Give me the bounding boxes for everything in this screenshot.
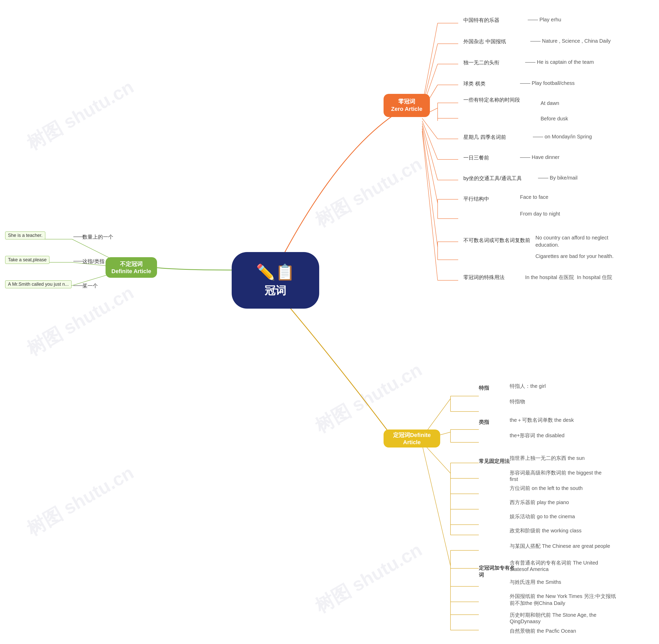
leaf-za2-ex: —— Nature , Science , China Daily <box>530 38 611 44</box>
leaf-za6-cat: 星期几 四季名词前 <box>463 134 506 141</box>
center-node: ✏️📋 冠词 <box>232 252 319 308</box>
leaf-za5a-ex: At dawn <box>541 100 559 106</box>
leaf-ia1-label: 数量上的一个 <box>82 233 113 240</box>
svg-line-26 <box>422 131 438 280</box>
leaf-za7-ex: —— Have dinner <box>520 154 559 160</box>
leaf-za6-ex: —— on Monday/in Spring <box>533 134 592 140</box>
branch-zero-article-label: 零冠词Zero Article <box>391 98 422 113</box>
leaf-za5-cat: 一些有特定名称的时间段 <box>463 96 520 104</box>
leaf-za2-cat: 外国杂志 中国报纸 <box>463 38 506 45</box>
def-changjian-sub3: 方位词前 on the left to the south <box>510 485 583 492</box>
def-changjian-sub1: 指世界上独一无二的东西 the sun <box>510 455 585 462</box>
watermark-2: 树图 shutu.cn <box>22 280 138 361</box>
leaf-za11-ex: In the hospital 在医院 In hospital 住院 <box>525 274 612 281</box>
leaf-ia2-dash: —— <box>73 258 84 264</box>
leaf-za8-cat: by坐的交通工具/通讯工具 <box>463 175 522 182</box>
leaf-ia3-label: 某一个 <box>82 282 98 289</box>
leaf-ia2-example: Take a seat,please <box>5 256 49 264</box>
leaf-ia2-label: 这指/类指 <box>82 258 105 265</box>
leaf-za3-ex: —— He is captain of the team <box>525 59 594 65</box>
branch-definite-label: 定冠词Definite Article <box>387 431 437 446</box>
svg-line-18 <box>422 126 438 203</box>
def-leiji-sub2: the+形容词 the disabled <box>510 432 565 439</box>
leaf-ia1-example: She is a teacher. <box>5 231 45 239</box>
def-changjian-sub6: 政党和阶级前 the working class <box>510 527 581 534</box>
leaf-za10b-ex: Cigarettes are bad for your health. <box>535 253 614 259</box>
pencil-icon: ✏️📋 <box>256 263 295 281</box>
svg-line-50 <box>422 445 451 566</box>
leaf-za10a-ex: No country can afford to neglect educati… <box>535 234 613 249</box>
def-zhuanyou-sub6: 自然景物前 the Pacfic Ocean <box>510 627 576 635</box>
def-changjian-sub2: 形容词最高级和序数词前 the biggest the first <box>510 469 608 482</box>
watermark-3: 树图 shutu.cn <box>22 460 138 542</box>
leaf-za9-cat: 平行结构中 <box>463 196 489 202</box>
def-zhuanyou-sub1: 与某国人搭配 The Chinese are great people <box>510 543 610 550</box>
svg-line-0 <box>422 23 438 106</box>
svg-line-12 <box>422 118 438 139</box>
def-leiji-sub1: the＋可数名词单数 the desk <box>510 417 574 423</box>
def-zhuanyou-sub5: 历史时期和朝代前 The Stone Age, the QingDynaasy <box>510 612 618 624</box>
branch-definite-article: 定冠词Definite Article <box>383 430 440 447</box>
leaf-za7-cat: 一日三餐前 <box>463 154 489 161</box>
def-teding-sub2: 特指物 <box>510 398 525 405</box>
def-changjian-sub4: 西方乐器前 play the piano <box>510 499 569 506</box>
def-zhuanyou-sub2: 含有普通名词的专有名词前 The United Statesof America <box>510 559 618 572</box>
leaf-za1-cat: 中国特有的乐器 <box>463 17 499 24</box>
def-teding-label: 特指 <box>479 385 489 391</box>
watermark-1: 树图 shutu.cn <box>22 75 138 156</box>
leaf-za8-ex: —— By bike/mail <box>538 175 577 181</box>
svg-line-22 <box>422 129 438 247</box>
leaf-za5b-ex: Before dusk <box>541 116 568 122</box>
leaf-za9a-ex: Face to face <box>520 194 548 200</box>
leaf-ia3-dash: —— <box>73 282 84 288</box>
def-zhuanyou-sub4: 外国报纸前 the New York Times 另注:中文报纸前不加the 例… <box>510 593 618 607</box>
watermark-6: 树图 shutu.cn <box>311 537 426 619</box>
def-changjian-label: 常见固定用法 <box>479 458 510 465</box>
watermark-5: 树图 shutu.cn <box>311 358 426 438</box>
branch-indefinite-label: 不定冠词Definite Article <box>111 260 151 275</box>
leaf-za4-ex: —— Play football/chess <box>520 80 575 86</box>
def-zhuanyou-sub3: 与姓氏连用 the Smiths <box>510 579 561 585</box>
def-teding-sub1: 特指人：the girl <box>510 383 546 390</box>
leaf-za9b-ex: From day to night <box>520 211 560 217</box>
svg-line-14 <box>422 121 438 159</box>
leaf-ia1-dash: —— <box>73 233 84 239</box>
svg-line-16 <box>422 123 438 180</box>
leaf-za1-ex: —— Play erhu <box>528 17 561 23</box>
leaf-za3-cat: 独一无二的头衔 <box>463 59 499 66</box>
def-changjian-sub5: 娱乐活动前 go to the cinema <box>510 513 575 520</box>
branch-zero-article: 零冠词Zero Article <box>383 94 430 117</box>
leaf-za11-cat: 零冠词的特殊用法 <box>463 274 505 281</box>
branch-indefinite-article: 不定冠词Definite Article <box>106 257 157 278</box>
center-label: 冠词 <box>265 283 286 298</box>
def-leiji-label: 类指 <box>479 419 489 426</box>
watermark-4: 树图 shutu.cn <box>311 152 426 233</box>
leaf-za10-cat: 不可数名词或可数名词复数前 <box>463 237 530 244</box>
leaf-za4-cat: 球类 棋类 <box>463 80 485 87</box>
leaf-ia3-example: A Mr.Smith called you just n... <box>5 280 71 288</box>
